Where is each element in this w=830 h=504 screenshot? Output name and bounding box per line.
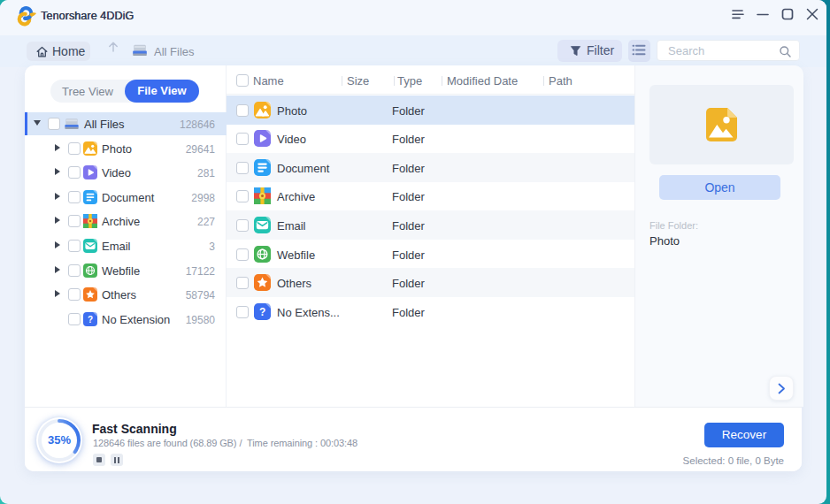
svg-text:?: ?	[88, 314, 93, 324]
svg-text:?: ?	[259, 306, 265, 318]
